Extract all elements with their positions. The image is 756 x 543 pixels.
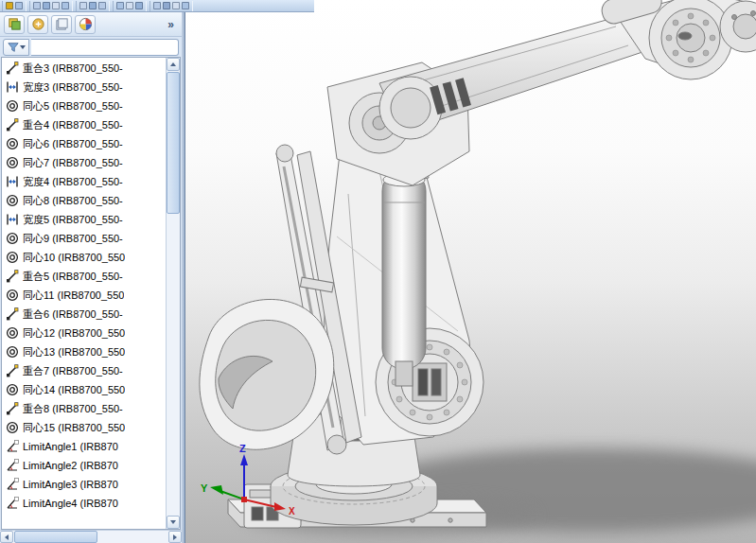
toolbar-group — [76, 1, 110, 11]
horizontal-scrollbar[interactable] — [0, 530, 182, 543]
toolbar-button-icon[interactable] — [153, 2, 161, 9]
configurationmanager-icon — [55, 17, 69, 31]
panel-expand-chevron[interactable]: » — [164, 18, 178, 31]
toolbar-button-icon[interactable] — [33, 2, 41, 9]
mate-tree-item[interactable]: LimitAngle1 (IRB870 — [2, 437, 166, 456]
mate-tree-item[interactable]: 重合8 (IRB8700_550- — [2, 399, 166, 418]
scroll-left-button[interactable] — [0, 531, 13, 543]
scroll-up-button[interactable] — [167, 58, 180, 71]
concentric-mate-icon — [6, 137, 19, 150]
toolbar-button-icon[interactable] — [89, 2, 97, 9]
width-mate-icon — [6, 80, 19, 94]
concentric-mate-icon — [6, 232, 19, 245]
filter-button[interactable] — [3, 39, 29, 56]
toolbar-button-icon[interactable] — [15, 2, 23, 9]
mate-label: LimitAngle2 (IRB870 — [23, 460, 118, 471]
displaymanager-sphere-icon — [79, 17, 93, 31]
mate-label: 宽度5 (IRB8700_550- — [23, 213, 123, 227]
mate-tree-item[interactable]: 同心10 (IRB8700_550 — [2, 248, 166, 267]
coincident-mate-icon — [6, 402, 19, 415]
coincident-mate-icon — [6, 61, 19, 75]
filter-funnel-icon — [8, 42, 19, 53]
toolbar-button-icon[interactable] — [43, 2, 50, 9]
mate-tree-item[interactable]: 同心13 (IRB8700_550 — [2, 342, 166, 361]
limit-angle-mate-icon — [6, 459, 19, 472]
solidworks-window: Z Y X — [0, 0, 756, 543]
mate-label: 同心12 (IRB8700_550 — [23, 326, 125, 341]
mate-tree-item[interactable]: 同心15 (IRB8700_550 — [2, 418, 166, 437]
mate-label: 重合7 (IRB8700_550- — [23, 364, 123, 378]
vertical-scrollbar[interactable] — [166, 58, 180, 529]
mate-label: 宽度4 (IRB8700_550- — [23, 175, 123, 189]
mate-tree-item[interactable]: 同心6 (IRB8700_550- — [2, 134, 166, 153]
limit-angle-mate-icon — [6, 478, 19, 491]
active-tool-icon[interactable] — [6, 2, 13, 9]
mate-tree-item[interactable]: 同心9 (IRB8700_550- — [2, 229, 166, 248]
mate-tree-item[interactable]: 宽度4 (IRB8700_550- — [2, 172, 166, 191]
vertical-scrollbar-thumb[interactable] — [167, 72, 180, 214]
mate-tree-item[interactable]: 宽度3 (IRB8700_550- — [2, 78, 166, 96]
featuremanager-tab[interactable] — [4, 15, 25, 34]
mate-tree-item[interactable]: 同心11 (IRB8700_550 — [2, 286, 166, 305]
toolbar-button-icon[interactable] — [79, 2, 87, 9]
propertymanager-tab[interactable] — [27, 15, 48, 34]
mate-tree-item[interactable]: 同心8 (IRB8700_550- — [2, 191, 166, 210]
panel-tab-bar: » — [0, 12, 182, 37]
mate-label: LimitAngle4 (IRB870 — [23, 498, 118, 509]
mate-label: 重合6 (IRB8700_550- — [23, 307, 123, 322]
mate-label: LimitAngle1 (IRB870 — [23, 441, 118, 452]
width-mate-icon — [6, 175, 19, 188]
coincident-mate-icon — [6, 118, 19, 131]
concentric-mate-icon — [6, 251, 19, 264]
mate-tree-item[interactable]: 同心5 (IRB8700_550- — [2, 96, 166, 115]
limit-angle-mate-icon — [6, 497, 19, 510]
mate-label: 同心7 (IRB8700_550- — [23, 156, 123, 170]
feature-manager-panel: » 重合3 (IRB8700_550- 宽度3 (IRB8700_550- 同心… — [0, 12, 182, 543]
concentric-mate-icon — [6, 326, 19, 340]
mate-tree-item[interactable]: 重合5 (IRB8700_550- — [2, 267, 166, 286]
displaymanager-tab[interactable] — [75, 15, 96, 34]
x-axis — [244, 499, 276, 507]
mate-label: 同心9 (IRB8700_550- — [23, 232, 123, 246]
mate-tree-item[interactable]: 重合6 (IRB8700_550- — [2, 305, 166, 324]
toolbar-button-icon[interactable] — [135, 2, 143, 9]
toolbar-button-icon[interactable] — [182, 2, 189, 9]
mate-tree-item[interactable]: 同心12 (IRB8700_550 — [2, 324, 166, 342]
mate-tree-item[interactable]: 重合7 (IRB8700_550- — [2, 361, 166, 380]
toolbar-button-icon[interactable] — [163, 2, 170, 9]
mate-tree-item[interactable]: 重合3 (IRB8700_550- — [2, 59, 166, 78]
coincident-mate-icon — [6, 307, 19, 321]
toolbar-button-icon[interactable] — [116, 2, 124, 9]
mate-label: 同心13 (IRB8700_550 — [23, 345, 125, 359]
toolbar-group — [113, 1, 147, 11]
scroll-right-button[interactable] — [168, 531, 182, 543]
filter-input[interactable] — [31, 39, 179, 56]
featuremanager-tree-icon — [8, 17, 22, 31]
panel-splitter[interactable] — [182, 0, 185, 543]
mate-label: 同心5 (IRB8700_550- — [23, 99, 123, 114]
horizontal-scrollbar-thumb[interactable] — [14, 531, 97, 543]
mate-label: 宽度3 (IRB8700_550- — [23, 80, 123, 95]
robot-upper-arm[interactable] — [379, 13, 651, 139]
mate-tree-item[interactable]: LimitAngle4 (IRB870 — [2, 494, 166, 513]
mate-tree-item[interactable]: 重合4 (IRB8700_550- — [2, 115, 166, 134]
toolbar-button-icon[interactable] — [172, 2, 180, 9]
mate-tree-item[interactable]: 宽度5 (IRB8700_550- — [2, 210, 166, 229]
toolbar-button-icon[interactable] — [62, 2, 69, 9]
mate-label: 同心10 (IRB8700_550 — [23, 251, 125, 265]
mate-tree-item[interactable]: 同心7 (IRB8700_550- — [2, 153, 166, 172]
toolbar-button-icon[interactable] — [126, 2, 133, 9]
configurationmanager-tab[interactable] — [51, 15, 72, 34]
mate-tree-item[interactable]: LimitAngle3 (IRB870 — [2, 475, 166, 494]
toolbar-button-icon[interactable] — [52, 2, 60, 9]
propertymanager-icon — [31, 17, 45, 31]
orientation-triad: Z Y X — [199, 443, 303, 533]
mate-tree-item[interactable]: 同心14 (IRB8700_550 — [2, 380, 166, 399]
coincident-mate-icon — [6, 270, 19, 283]
graphics-viewport[interactable]: Z Y X — [185, 0, 756, 543]
mate-label: 同心11 (IRB8700_550 — [23, 289, 124, 303]
mate-label: 同心6 (IRB8700_550- — [23, 137, 123, 151]
mate-tree-item[interactable]: LimitAngle2 (IRB870 — [2, 456, 166, 475]
toolbar-button-icon[interactable] — [98, 2, 106, 9]
scroll-down-button[interactable] — [167, 516, 180, 529]
